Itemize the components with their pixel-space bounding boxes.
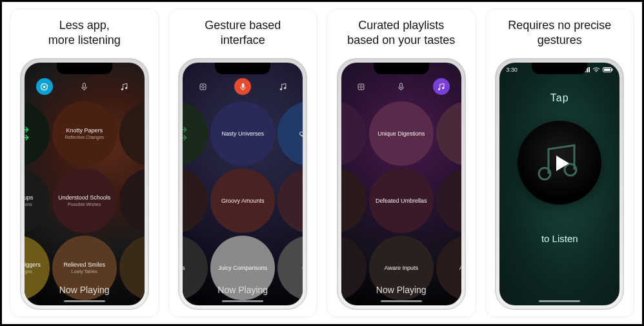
tab-albums[interactable] bbox=[194, 78, 211, 95]
now-playing-label[interactable]: Now Playing bbox=[183, 285, 303, 295]
phone-frame: Knotty PapersReflective ChangesFretful C… bbox=[20, 58, 149, 310]
status-time: 3:30 bbox=[506, 66, 518, 73]
bubble-title: Fumbling Triggers bbox=[25, 261, 41, 268]
music-note-icon bbox=[278, 82, 288, 92]
music-note-icon bbox=[119, 82, 129, 92]
bubble-subtitle: Drunk Stations bbox=[25, 202, 32, 207]
playlist-bubble[interactable]: Nasty Universes bbox=[210, 101, 275, 166]
playlist-bubble[interactable]: Unique Digestions bbox=[369, 101, 434, 166]
caption-line: based on your tastes bbox=[347, 34, 455, 46]
playlist-bubble[interactable]: ths bbox=[341, 101, 367, 166]
playlist-bubble[interactable] bbox=[25, 101, 50, 166]
svg-rect-5 bbox=[200, 84, 206, 90]
home-indicator bbox=[381, 300, 422, 302]
phone-notch bbox=[532, 63, 587, 74]
svg-rect-2 bbox=[83, 83, 86, 87]
playlist-bubble[interactable]: Pleas bbox=[277, 168, 303, 233]
tab-mic[interactable] bbox=[393, 78, 410, 95]
tap-screen: 3:30 Tap to Listen bbox=[499, 63, 619, 305]
bubble-title: Fretful Cups bbox=[25, 194, 34, 201]
wifi-icon bbox=[592, 67, 600, 72]
now-playing-label[interactable]: Now Playing bbox=[25, 285, 145, 295]
svg-rect-17 bbox=[612, 69, 613, 71]
playlist-bubble[interactable]: Walls bbox=[183, 168, 208, 233]
bubble-title: Unique Digestions bbox=[377, 130, 425, 137]
bubble-title: Aware Inputs bbox=[385, 265, 418, 271]
playlist-bubble[interactable]: Hush bbox=[436, 168, 461, 233]
playlist-bubble[interactable]: Quicken bbox=[277, 101, 303, 166]
bubble-subtitle: Lowly Tables bbox=[72, 269, 97, 274]
phone-notch bbox=[374, 63, 429, 74]
playlist-bubble[interactable]: Nifty bbox=[436, 101, 461, 166]
album-icon bbox=[356, 82, 366, 92]
svg-point-8 bbox=[280, 88, 282, 90]
tab-albums[interactable] bbox=[36, 78, 53, 95]
playlist-bubble[interactable]: Groovy Amounts bbox=[210, 168, 275, 233]
caption: Requires no precise gestures bbox=[508, 18, 611, 52]
phone-screen: 3:30 Tap to Listen bbox=[499, 63, 619, 305]
bubble-title: Juicy Comparisons bbox=[218, 265, 267, 271]
svg-point-1 bbox=[43, 85, 46, 88]
playlist-bubble[interactable] bbox=[119, 101, 145, 166]
playlist-bubble[interactable] bbox=[119, 168, 145, 233]
svg-point-13 bbox=[438, 88, 440, 90]
playlist-bubble[interactable] bbox=[183, 101, 208, 166]
playlist-bubble[interactable]: rains bbox=[341, 168, 367, 233]
tab-mic[interactable] bbox=[76, 78, 93, 95]
caption-line: Requires no precise bbox=[508, 19, 611, 32]
svg-rect-7 bbox=[241, 83, 244, 87]
phone-screen: thsUnique DigestionsNiftyrainsDefeated U… bbox=[341, 63, 461, 305]
now-playing-label[interactable]: Now Playing bbox=[341, 285, 461, 295]
playlist-bubble[interactable]: Defeated Umbrellas bbox=[369, 168, 434, 233]
bubble-title: Knotty Papers bbox=[66, 127, 103, 134]
bubble-title: Amuse bbox=[459, 265, 461, 271]
bubble-subtitle: Imitating Signs bbox=[25, 269, 32, 274]
playlist-bubble[interactable]: Understood SchoolsPossible Wishes bbox=[52, 168, 117, 233]
tab-playlists[interactable] bbox=[116, 78, 133, 95]
playlist-grid[interactable]: Knotty PapersReflective ChangesFretful C… bbox=[25, 101, 145, 278]
tab-albums[interactable] bbox=[353, 78, 370, 95]
tab-bar bbox=[25, 78, 145, 95]
bubble-title: Defeated Umbrellas bbox=[376, 198, 427, 204]
home-indicator bbox=[222, 300, 263, 302]
mic-icon bbox=[396, 82, 406, 92]
gear-icon bbox=[39, 82, 49, 92]
playlist-bubble[interactable]: Knotty PapersReflective Changes bbox=[52, 101, 117, 166]
tab-mic[interactable] bbox=[234, 78, 251, 95]
playlist-bubble[interactable]: Fretful CupsDrunk Stations bbox=[25, 168, 50, 233]
phone-frame: 3:30 Tap to Listen bbox=[495, 58, 624, 310]
play-button[interactable] bbox=[518, 121, 601, 205]
tap-label-top: Tap bbox=[550, 92, 569, 104]
tap-label-bottom: to Listen bbox=[541, 233, 578, 244]
caption-line: Gesture based bbox=[205, 19, 281, 32]
music-note-icon bbox=[436, 82, 446, 92]
status-right bbox=[583, 67, 613, 72]
svg-marker-20 bbox=[556, 156, 569, 171]
caption-line: Less app, bbox=[59, 19, 110, 32]
playlist-grid[interactable]: Nasty UniversesQuickenWallsGroovy Amount… bbox=[183, 101, 303, 278]
screenshot-card-2: Gesture based interface Nasty UniversesQ… bbox=[168, 8, 318, 318]
bubble-title: Rooms bbox=[183, 265, 185, 271]
phone-frame: thsUnique DigestionsNiftyrainsDefeated U… bbox=[337, 58, 466, 310]
svg-point-3 bbox=[121, 88, 123, 90]
svg-point-14 bbox=[442, 87, 444, 88]
caption-line: interface bbox=[221, 34, 265, 46]
svg-rect-12 bbox=[400, 83, 403, 87]
shuffle-icon bbox=[183, 125, 190, 143]
bubble-title: Nasty Universes bbox=[221, 130, 264, 137]
tab-bar bbox=[341, 78, 461, 95]
shuffle-icon bbox=[25, 125, 32, 143]
svg-point-9 bbox=[284, 87, 286, 88]
phone-frame: Nasty UniversesQuickenWallsGroovy Amount… bbox=[178, 58, 307, 310]
tab-playlists[interactable] bbox=[433, 78, 450, 95]
phone-notch bbox=[57, 63, 112, 74]
bubble-title: Gifted bbox=[302, 265, 303, 271]
screenshot-card-4: Requires no precise gestures 3:30 Tap bbox=[485, 8, 635, 318]
playlist-grid[interactable]: thsUnique DigestionsNiftyrainsDefeated U… bbox=[341, 101, 461, 278]
tab-bar bbox=[183, 78, 303, 95]
phone-screen: Nasty UniversesQuickenWallsGroovy Amount… bbox=[183, 63, 303, 305]
bubble-title: Relieved Smiles bbox=[63, 261, 105, 268]
album-icon bbox=[198, 82, 208, 92]
tab-playlists[interactable] bbox=[274, 78, 291, 95]
screenshot-card-1: Less app, more listening Knotty PapersRe… bbox=[10, 8, 159, 318]
